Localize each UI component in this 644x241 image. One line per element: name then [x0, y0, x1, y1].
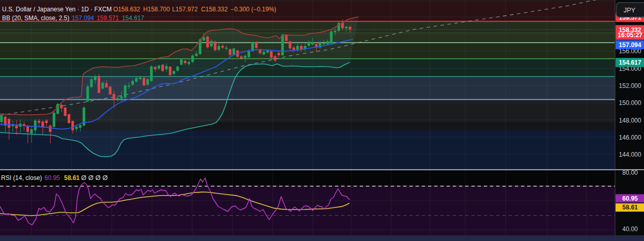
svg-text:58.61: 58.61	[64, 174, 80, 182]
svg-text:JPY: JPY	[624, 7, 636, 14]
svg-text:O158.632: O158.632	[113, 6, 141, 13]
svg-text:40.00: 40.00	[622, 225, 638, 233]
svg-text:H158.700: H158.700	[143, 6, 170, 13]
svg-text:BB (20, SMA, close, 2.5): BB (20, SMA, close, 2.5)	[2, 14, 69, 22]
svg-text:58.61: 58.61	[622, 204, 638, 211]
svg-text:RSI (14, close): RSI (14, close)	[1, 174, 42, 182]
svg-text:144.000: 144.000	[619, 151, 641, 158]
svg-text:60.95: 60.95	[622, 195, 638, 202]
svg-text:152.000: 152.000	[619, 82, 641, 89]
svg-text:159.571: 159.571	[97, 14, 119, 22]
svg-text:148.000: 148.000	[619, 117, 641, 124]
svg-text:146.000: 146.000	[619, 134, 641, 141]
svg-text:Ø Ø Ø Ø: Ø Ø Ø Ø	[81, 174, 108, 182]
svg-text:L157.972: L157.972	[172, 6, 198, 13]
svg-text:157.094: 157.094	[72, 14, 94, 22]
svg-text:−0.300 (−0.19%): −0.300 (−0.19%)	[231, 6, 277, 13]
svg-text:150.000: 150.000	[619, 99, 641, 107]
svg-text:16:05:27: 16:05:27	[618, 32, 642, 39]
svg-text:157.094: 157.094	[619, 41, 641, 49]
svg-text:U.S. Dollar / Japanese Yen · 1: U.S. Dollar / Japanese Yen · 1D · FXCM	[2, 6, 112, 13]
svg-text:80.00: 80.00	[622, 169, 638, 176]
svg-text:60.95: 60.95	[44, 174, 60, 182]
svg-text:154.617: 154.617	[619, 59, 641, 66]
svg-text:154.617: 154.617	[122, 14, 144, 22]
svg-text:C158.332: C158.332	[201, 6, 228, 13]
